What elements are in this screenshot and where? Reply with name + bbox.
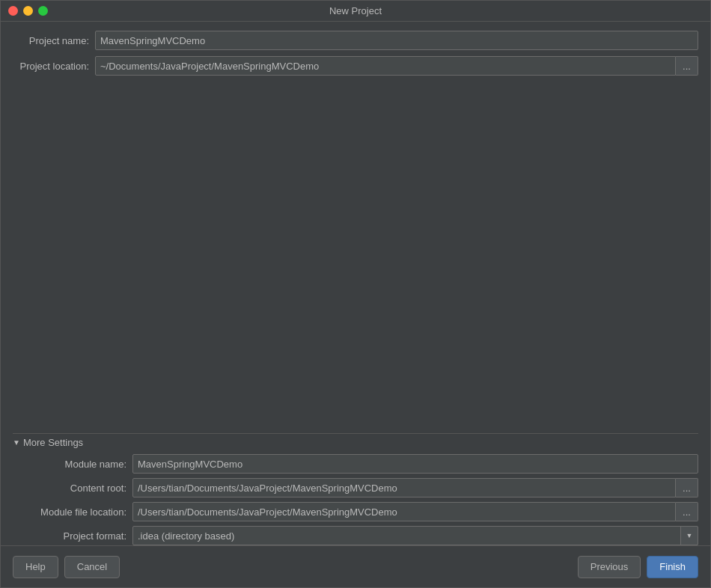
project-format-select-wrapper: .idea (directory based).ipr (file based)…: [132, 526, 698, 545]
module-file-location-field-group: ...: [132, 502, 698, 521]
project-format-label: Project format:: [13, 530, 132, 542]
module-file-location-row: Module file location: ...: [13, 502, 698, 521]
content-root-input[interactable]: [132, 478, 676, 497]
more-settings-section: ▼ More Settings Module name: Content roo…: [13, 433, 698, 545]
maximize-button[interactable]: [38, 6, 48, 16]
close-button[interactable]: [8, 6, 18, 16]
middle-spacer: [13, 82, 698, 430]
content-area: Project name: Project location: ... ▼ Mo…: [1, 22, 710, 545]
more-settings-label: More Settings: [23, 437, 83, 448]
project-location-input[interactable]: [95, 56, 676, 76]
content-root-browse-button[interactable]: ...: [676, 478, 698, 497]
minimize-button[interactable]: [23, 6, 33, 16]
module-name-row: Module name:: [13, 454, 698, 474]
project-name-input[interactable]: [95, 31, 698, 50]
content-root-label: Content root:: [13, 483, 132, 494]
module-name-input[interactable]: [132, 454, 698, 474]
new-project-dialog: New Project Project name: Project locati…: [0, 0, 711, 588]
help-button[interactable]: Help: [13, 556, 58, 578]
module-file-location-input[interactable]: [132, 502, 676, 521]
project-name-label: Project name:: [13, 35, 95, 46]
module-file-location-browse-button[interactable]: ...: [676, 502, 698, 521]
toggle-arrow-icon: ▼: [13, 438, 20, 447]
window-controls: [8, 6, 48, 16]
finish-button[interactable]: Finish: [647, 556, 698, 578]
content-root-row: Content root: ...: [13, 478, 698, 497]
module-name-label: Module name:: [13, 459, 132, 470]
footer-right-buttons: Previous Finish: [578, 556, 698, 578]
title-bar: New Project: [1, 1, 710, 22]
module-file-location-label: Module file location:: [13, 506, 132, 518]
project-location-label: Project location:: [13, 61, 95, 72]
project-format-select[interactable]: .idea (directory based).ipr (file based): [132, 526, 698, 545]
cancel-button[interactable]: Cancel: [64, 556, 120, 578]
project-location-row: Project location: ...: [13, 56, 698, 76]
project-name-row: Project name:: [13, 31, 698, 50]
project-format-row: Project format: .idea (directory based).…: [13, 526, 698, 545]
window-title: New Project: [329, 5, 382, 16]
project-location-browse-button[interactable]: ...: [676, 56, 698, 76]
previous-button[interactable]: Previous: [578, 556, 641, 578]
more-settings-fields: Module name: Content root: ... Module fi…: [13, 454, 698, 545]
content-root-field-group: ...: [132, 478, 698, 497]
footer-left-buttons: Help Cancel: [13, 556, 120, 578]
footer: Help Cancel Previous Finish: [1, 545, 710, 587]
project-location-field-group: ...: [95, 56, 698, 76]
more-settings-toggle[interactable]: ▼ More Settings: [13, 437, 698, 448]
